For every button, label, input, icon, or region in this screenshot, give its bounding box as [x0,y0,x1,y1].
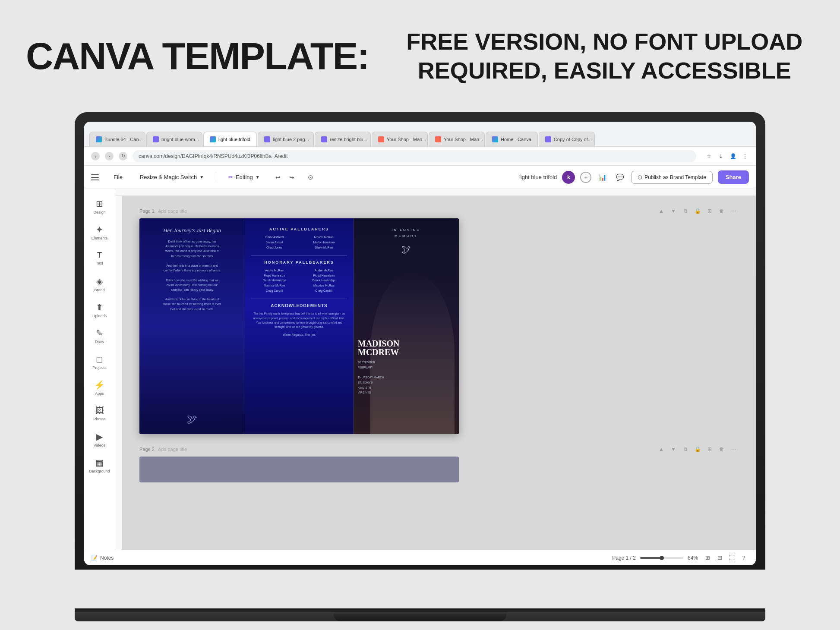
browser-tab-7[interactable]: Your Shop - Man... [429,132,485,146]
tab-favicon-2 [153,136,159,142]
refresh-button[interactable]: ↻ [119,152,127,161]
page-more-button[interactable]: ⋯ [729,206,739,216]
sidebar-item-background[interactable]: ▦ Background [88,453,112,477]
page-grid-button[interactable]: ⊞ [705,206,714,216]
page-duplicate-button[interactable]: ⧉ [681,206,690,216]
acknowledgements-text: The Iles Family wants to express heartfe… [251,312,347,330]
page-delete-button[interactable]: 🗑 [717,206,726,216]
page-2-add-title[interactable]: Add page title [158,447,187,452]
download-icon[interactable]: ⤓ [717,152,725,160]
photos-icon: 🖼 [95,406,104,416]
program-left-panel: Her Journey's Just Begun Don't think of … [139,218,245,434]
program-middle-panel: Active Pallbearers Omar AshfordJovan Avi… [245,218,354,434]
page-lock-button[interactable]: 🔒 [693,206,702,216]
browser-tab-1[interactable]: Bundle 64 - Can... [89,132,145,146]
browser-tab-5[interactable]: resize bright blu... [315,132,371,146]
sidebar-item-elements[interactable]: ✦ Elements [88,220,112,244]
profile-icon[interactable]: 👤 [729,152,737,160]
laptop-base [75,608,765,621]
name-overlay: MADISON MCDREW SEPTEMBERFEBRUARY THURSDA… [354,339,459,395]
browser-tab-8[interactable]: Home - Canva [486,132,538,146]
page2-grid-button[interactable]: ⊞ [705,444,714,454]
page-up-button[interactable]: ▲ [657,206,666,216]
chart-icon-button[interactable]: 📊 [597,171,609,183]
videos-icon: ▶ [96,432,103,442]
page2-delete-button[interactable]: 🗑 [717,444,726,454]
in-loving-memory-text: IN LOVINGMEMORY [354,227,459,239]
comment-icon-button[interactable]: 💬 [614,171,626,183]
list-view-button[interactable]: ⊟ [714,553,725,563]
elements-label: Elements [92,236,108,240]
sidebar-item-brand[interactable]: ◈ Brand [88,272,112,296]
section-divider-2 [251,299,347,299]
browser-tab-6[interactable]: Your Shop - Man... [372,132,428,146]
page-1-add-title[interactable]: Add page title [158,208,187,214]
browser-tabs: Bundle 64 - Can... bright blue wom... li… [89,122,596,146]
notes-button[interactable]: 📝 Notes [91,555,114,561]
resize-magic-switch-button[interactable]: Resize & Magic Switch ▼ [135,171,209,183]
tab-label-5: resize bright blu... [330,137,367,142]
page-down-button[interactable]: ▼ [669,206,678,216]
bookmark-icon[interactable]: ☆ [705,152,713,160]
help-button[interactable]: ? [739,553,749,563]
publish-brand-template-button[interactable]: ⬡ Publish as Brand Template [631,171,713,184]
browser-tab-4[interactable]: light blue 2 pag... [258,132,314,146]
sidebar-item-design[interactable]: ⊞ Design [88,194,112,218]
acknowledgements-title: ACKNOWLEDGEMENTS [251,303,347,308]
tab-label-9: Copy of Copy of... [554,137,592,142]
share-button[interactable]: Share [718,170,749,184]
resize-icon: ▼ [199,175,204,180]
page2-lock-button[interactable]: 🔒 [693,444,702,454]
sidebar-item-draw[interactable]: ✎ Draw [88,324,112,348]
in-loving-memory: IN LOVINGMEMORY [354,227,459,239]
user-avatar: k [562,171,575,184]
tab-label-8: Home - Canva [501,137,531,142]
sidebar-item-photos[interactable]: 🖼 Photos [88,401,112,425]
brand-icon: ◈ [96,276,103,287]
file-menu-button[interactable]: File [108,171,128,183]
page2-duplicate-button[interactable]: ⧉ [681,444,690,454]
undo-button[interactable]: ↩ [272,171,284,183]
horizontal-ruler [115,189,756,196]
sidebar-item-uploads[interactable]: ⬆ Uploads [88,298,112,322]
funeral-program-design[interactable]: Her Journey's Just Begun Don't think of … [139,218,459,434]
page2-up-button[interactable]: ▲ [657,444,666,454]
browser-extension-icons: ☆ ⤓ 👤 ⋮ [705,152,749,160]
page-2-controls: ▲ ▼ ⧉ 🔒 ⊞ 🗑 ⋯ [657,444,739,454]
sidebar-item-apps[interactable]: ⚡ Apps [88,375,112,400]
notes-label: Notes [100,555,114,561]
grid-view-button[interactable]: ⊞ [702,553,713,563]
header-section: CANVA TEMPLATE: FREE VERSION, NO FONT UP… [0,0,840,112]
timer-icon-button[interactable]: ⊙ [305,171,317,183]
avatar-initial: k [567,174,570,180]
pallbearers-right-col: Marcel McRaeMarlon HarrisonShaw McRae [301,235,347,250]
laptop-container: Bundle 64 - Can... bright blue wom... li… [75,112,765,621]
canvas-scroll-area[interactable]: Page 1 Add page title ▲ ▼ ⧉ [122,196,756,550]
sidebar-item-text[interactable]: T Text [88,246,112,270]
browser-tab-9[interactable]: Copy of Copy of... [539,132,595,146]
add-collaborator-button[interactable]: + [580,172,591,183]
sidebar-item-videos[interactable]: ▶ Videos [88,427,112,451]
hamburger-menu-button[interactable] [91,172,101,183]
tab-label-2: bright blue wom... [161,137,199,142]
tab-favicon-7 [435,136,441,142]
active-pallbearers-title: Active Pallbearers [251,227,347,231]
page-indicator-text: Page 1 / 2 [612,555,636,561]
back-button[interactable]: ‹ [91,152,100,161]
share-label: Share [726,174,741,180]
editing-mode-button[interactable]: ✏ Editing ▼ [223,171,265,183]
page-progress-thumb[interactable] [660,556,664,560]
editing-chevron: ▼ [256,175,260,180]
browser-tab-2[interactable]: bright blue wom... [146,132,202,146]
sidebar-item-projects[interactable]: ◻ Projects [88,350,112,374]
page2-more-button[interactable]: ⋯ [729,444,739,454]
page-1-number: Page 1 [139,208,155,214]
menu-dots-icon[interactable]: ⋮ [741,152,749,160]
page2-down-button[interactable]: ▼ [669,444,678,454]
browser-tab-3-active[interactable]: light blue trifold [203,132,257,146]
page-2-container: Page 2 Add page title ▲ ▼ ⧉ [139,444,739,482]
forward-button[interactable]: › [105,152,114,161]
address-bar[interactable]: canva.com/design/DAGIPInIqk4/RNSPUd4uzKf… [133,150,696,162]
redo-button[interactable]: ↪ [286,171,298,183]
fullscreen-button[interactable]: ⛶ [726,553,737,563]
